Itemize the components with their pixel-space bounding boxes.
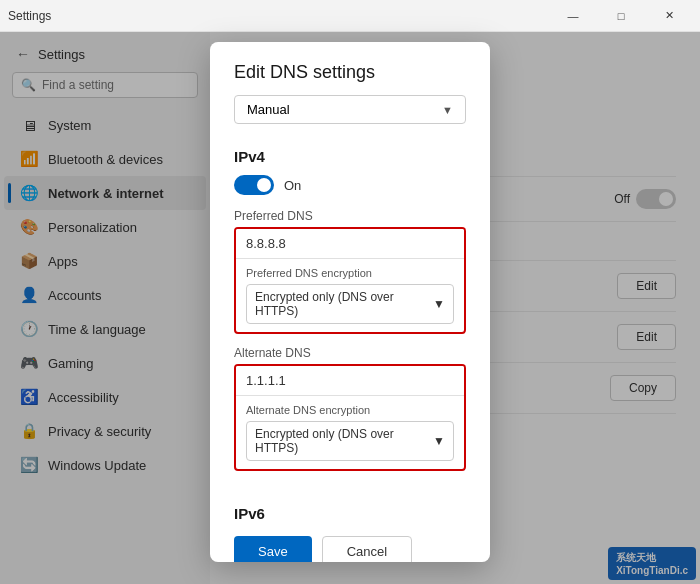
alternate-dns-label: Alternate DNS — [234, 346, 466, 360]
modal-overlay: Edit DNS settings Manual ▼ IPv4 On Prefe… — [0, 32, 700, 584]
alternate-dns-box: Alternate DNS encryption Encrypted only … — [234, 364, 466, 471]
alternate-enc-dropdown[interactable]: Encrypted only (DNS over HTTPS) ▼ — [246, 421, 454, 461]
minimize-button[interactable]: — — [550, 0, 596, 32]
preferred-enc-dropdown[interactable]: Encrypted only (DNS over HTTPS) ▼ — [246, 284, 454, 324]
preferred-enc-row: Preferred DNS encryption Encrypted only … — [236, 259, 464, 332]
alternate-dns-input[interactable] — [236, 366, 464, 396]
preferred-enc-label: Preferred DNS encryption — [246, 267, 454, 279]
window-chrome: Settings — □ ✕ — [0, 0, 700, 32]
mode-dropdown-label: Manual — [247, 102, 290, 117]
modal-header: Edit DNS settings Manual ▼ — [210, 42, 490, 136]
preferred-dns-box: Preferred DNS encryption Encrypted only … — [234, 227, 466, 334]
ipv6-title: IPv6 — [210, 495, 490, 522]
preferred-dns-group: Preferred DNS Preferred DNS encryption E… — [234, 209, 466, 334]
preferred-dns-label: Preferred DNS — [234, 209, 466, 223]
preferred-enc-arrow-icon: ▼ — [433, 297, 445, 311]
alternate-enc-row: Alternate DNS encryption Encrypted only … — [236, 396, 464, 469]
preferred-dns-input[interactable] — [236, 229, 464, 259]
ipv4-toggle-thumb — [257, 178, 271, 192]
close-button[interactable]: ✕ — [646, 0, 692, 32]
preferred-enc-value: Encrypted only (DNS over HTTPS) — [255, 290, 433, 318]
dropdown-arrow-icon: ▼ — [442, 104, 453, 116]
alternate-dns-group: Alternate DNS Alternate DNS encryption E… — [234, 346, 466, 471]
ipv4-toggle[interactable] — [234, 175, 274, 195]
alternate-enc-value: Encrypted only (DNS over HTTPS) — [255, 427, 433, 455]
modal-title: Edit DNS settings — [234, 62, 466, 83]
window-title: Settings — [8, 9, 51, 23]
modal-footer: Save Cancel — [210, 522, 490, 562]
edit-dns-modal: Edit DNS settings Manual ▼ IPv4 On Prefe… — [210, 42, 490, 562]
ipv4-section: IPv4 On Preferred DNS Preferred DNS encr… — [210, 136, 490, 495]
window-controls: — □ ✕ — [550, 0, 692, 32]
ipv4-toggle-row: On — [234, 175, 466, 195]
ipv4-toggle-label: On — [284, 178, 301, 193]
maximize-button[interactable]: □ — [598, 0, 644, 32]
alternate-enc-arrow-icon: ▼ — [433, 434, 445, 448]
mode-dropdown[interactable]: Manual ▼ — [234, 95, 466, 124]
cancel-button[interactable]: Cancel — [322, 536, 412, 562]
alternate-enc-label: Alternate DNS encryption — [246, 404, 454, 416]
save-button[interactable]: Save — [234, 536, 312, 562]
ipv4-title: IPv4 — [234, 148, 466, 165]
